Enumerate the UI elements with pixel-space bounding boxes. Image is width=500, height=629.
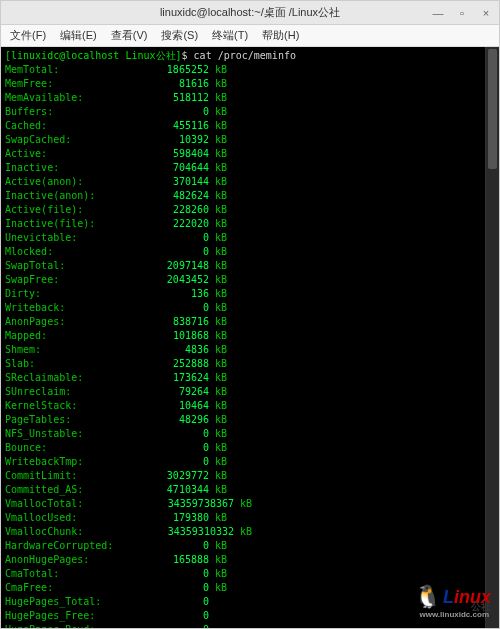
meminfo-value: 165888 bbox=[140, 553, 215, 567]
close-button[interactable]: × bbox=[479, 7, 493, 19]
menu-search[interactable]: 搜索(S) bbox=[156, 26, 203, 45]
meminfo-key: Cached: bbox=[5, 119, 140, 133]
meminfo-key: SwapCached: bbox=[5, 133, 140, 147]
meminfo-key: Bounce: bbox=[5, 441, 140, 455]
meminfo-row: SReclaimable:173624kB bbox=[5, 371, 495, 385]
meminfo-row: Unevictable:0kB bbox=[5, 231, 495, 245]
meminfo-key: SReclaimable: bbox=[5, 371, 140, 385]
meminfo-key: MemAvailable: bbox=[5, 91, 140, 105]
scrollbar[interactable] bbox=[485, 47, 499, 628]
minimize-button[interactable]: — bbox=[431, 7, 445, 19]
menubar: 文件(F) 编辑(E) 查看(V) 搜索(S) 终端(T) 帮助(H) bbox=[1, 25, 499, 47]
meminfo-unit: kB bbox=[215, 119, 227, 133]
meminfo-unit: kB bbox=[215, 427, 227, 441]
meminfo-row: SwapCached:10392kB bbox=[5, 133, 495, 147]
meminfo-unit: kB bbox=[215, 371, 227, 385]
meminfo-unit: kB bbox=[215, 245, 227, 259]
meminfo-value: 0 bbox=[140, 609, 215, 623]
meminfo-row: Inactive(file):222020kB bbox=[5, 217, 495, 231]
meminfo-value: 48296 bbox=[140, 413, 215, 427]
meminfo-row: Active(file):228260kB bbox=[5, 203, 495, 217]
menu-edit[interactable]: 编辑(E) bbox=[55, 26, 102, 45]
meminfo-row: Shmem:4836kB bbox=[5, 343, 495, 357]
meminfo-unit: kB bbox=[215, 343, 227, 357]
meminfo-key: Mlocked: bbox=[5, 245, 140, 259]
meminfo-row: VmallocTotal:34359738367kB bbox=[5, 497, 495, 511]
menu-file[interactable]: 文件(F) bbox=[5, 26, 51, 45]
scrollbar-thumb[interactable] bbox=[488, 49, 497, 169]
meminfo-value: 222020 bbox=[140, 217, 215, 231]
meminfo-value: 10392 bbox=[140, 133, 215, 147]
meminfo-key: Active: bbox=[5, 147, 140, 161]
maximize-button[interactable]: ▫ bbox=[455, 7, 469, 19]
prompt-user: [linuxidc@localhost Linux公社] bbox=[5, 50, 182, 61]
meminfo-key: HardwareCorrupted: bbox=[5, 539, 140, 553]
meminfo-unit: kB bbox=[240, 525, 252, 539]
titlebar[interactable]: linuxidc@localhost:~/桌面 /Linux公社 — ▫ × bbox=[1, 1, 499, 25]
meminfo-row: Inactive(anon):482624kB bbox=[5, 189, 495, 203]
meminfo-unit: kB bbox=[215, 441, 227, 455]
meminfo-value: 0 bbox=[140, 581, 215, 595]
meminfo-key: Buffers: bbox=[5, 105, 140, 119]
meminfo-unit: kB bbox=[215, 399, 227, 413]
meminfo-unit: kB bbox=[215, 217, 227, 231]
meminfo-row: CommitLimit:3029772kB bbox=[5, 469, 495, 483]
meminfo-key: MemTotal: bbox=[5, 63, 140, 77]
meminfo-value: 482624 bbox=[140, 189, 215, 203]
menu-terminal[interactable]: 终端(T) bbox=[207, 26, 253, 45]
meminfo-value: 518112 bbox=[140, 91, 215, 105]
meminfo-value: 1865252 bbox=[140, 63, 215, 77]
meminfo-value: 2043452 bbox=[140, 273, 215, 287]
meminfo-key: HugePages_Free: bbox=[5, 609, 140, 623]
meminfo-unit: kB bbox=[215, 161, 227, 175]
meminfo-row: HugePages_Rsvd:0 bbox=[5, 623, 495, 628]
meminfo-row: Dirty:136kB bbox=[5, 287, 495, 301]
meminfo-unit: kB bbox=[215, 105, 227, 119]
meminfo-row: SUnreclaim:79264kB bbox=[5, 385, 495, 399]
meminfo-key: Inactive: bbox=[5, 161, 140, 175]
meminfo-key: PageTables: bbox=[5, 413, 140, 427]
meminfo-row: Slab:252888kB bbox=[5, 357, 495, 371]
menu-help[interactable]: 帮助(H) bbox=[257, 26, 304, 45]
meminfo-value: 4836 bbox=[140, 343, 215, 357]
meminfo-key: VmallocTotal: bbox=[5, 497, 140, 511]
meminfo-row: AnonHugePages:165888kB bbox=[5, 553, 495, 567]
meminfo-unit: kB bbox=[215, 357, 227, 371]
meminfo-unit: kB bbox=[215, 259, 227, 273]
meminfo-unit: kB bbox=[215, 203, 227, 217]
meminfo-unit: kB bbox=[215, 469, 227, 483]
meminfo-key: Active(file): bbox=[5, 203, 140, 217]
meminfo-key: SwapTotal: bbox=[5, 259, 140, 273]
meminfo-value: 228260 bbox=[140, 203, 215, 217]
meminfo-row: MemTotal:1865252kB bbox=[5, 63, 495, 77]
meminfo-row: SwapFree:2043452kB bbox=[5, 273, 495, 287]
terminal-body[interactable]: [linuxidc@localhost Linux公社]$ cat /proc/… bbox=[1, 47, 499, 628]
meminfo-unit: kB bbox=[215, 63, 227, 77]
meminfo-key: Writeback: bbox=[5, 301, 140, 315]
meminfo-unit: kB bbox=[215, 315, 227, 329]
meminfo-value: 252888 bbox=[140, 357, 215, 371]
prompt-dollar: $ bbox=[182, 50, 194, 61]
meminfo-key: Mapped: bbox=[5, 329, 140, 343]
meminfo-unit: kB bbox=[215, 147, 227, 161]
meminfo-unit: kB bbox=[215, 175, 227, 189]
meminfo-value: 0 bbox=[140, 455, 215, 469]
meminfo-unit: kB bbox=[215, 273, 227, 287]
meminfo-unit: kB bbox=[215, 301, 227, 315]
meminfo-unit: kB bbox=[215, 91, 227, 105]
meminfo-key: AnonPages: bbox=[5, 315, 140, 329]
meminfo-row: HugePages_Free:0 bbox=[5, 609, 495, 623]
meminfo-unit: kB bbox=[215, 539, 227, 553]
meminfo-key: CommitLimit: bbox=[5, 469, 140, 483]
meminfo-value: 0 bbox=[140, 623, 215, 628]
meminfo-value: 704644 bbox=[140, 161, 215, 175]
window-title: linuxidc@localhost:~/桌面 /Linux公社 bbox=[1, 5, 499, 20]
meminfo-value: 0 bbox=[140, 595, 215, 609]
meminfo-unit: kB bbox=[215, 553, 227, 567]
menu-view[interactable]: 查看(V) bbox=[106, 26, 153, 45]
meminfo-output: MemTotal:1865252kBMemFree:81616kBMemAvai… bbox=[5, 63, 495, 628]
meminfo-row: VmallocUsed:179380kB bbox=[5, 511, 495, 525]
meminfo-value: 598404 bbox=[140, 147, 215, 161]
meminfo-row: MemFree:81616kB bbox=[5, 77, 495, 91]
meminfo-unit: kB bbox=[215, 455, 227, 469]
